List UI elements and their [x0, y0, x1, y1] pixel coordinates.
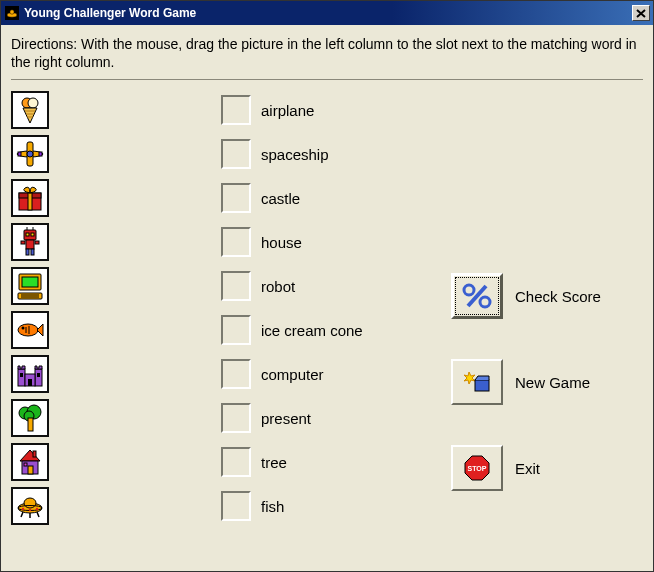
- slot-computer[interactable]: [221, 359, 251, 389]
- svg-rect-14: [26, 233, 29, 236]
- new-game-button[interactable]: [451, 359, 503, 405]
- svg-rect-8: [18, 152, 21, 156]
- slot-present[interactable]: [221, 403, 251, 433]
- svg-point-2: [10, 10, 14, 14]
- svg-rect-56: [475, 380, 489, 391]
- fish-icon: [15, 315, 45, 345]
- svg-rect-15: [31, 233, 34, 236]
- svg-rect-12: [28, 193, 32, 210]
- svg-rect-19: [26, 249, 29, 255]
- svg-text:STOP: STOP: [468, 465, 487, 472]
- svg-rect-17: [21, 241, 25, 244]
- svg-point-45: [24, 498, 36, 508]
- slot-airplane[interactable]: [221, 95, 251, 125]
- svg-point-49: [36, 508, 38, 510]
- slot-tree[interactable]: [221, 447, 251, 477]
- word-label: airplane: [261, 102, 314, 119]
- svg-rect-43: [33, 451, 36, 457]
- new-icon: [463, 370, 491, 394]
- svg-rect-41: [28, 466, 33, 474]
- action-buttons: Check Score New Game STOP: [451, 88, 643, 531]
- svg-rect-24: [22, 277, 38, 287]
- svg-rect-34: [20, 373, 23, 377]
- slot-castle[interactable]: [221, 183, 251, 213]
- exit-label: Exit: [515, 460, 540, 477]
- picture-fish[interactable]: [11, 311, 49, 349]
- svg-rect-25: [18, 293, 42, 299]
- word-label: castle: [261, 190, 300, 207]
- castle-icon: [15, 359, 45, 389]
- svg-rect-33: [28, 379, 32, 386]
- pictures-column: [11, 88, 221, 531]
- computer-icon: [15, 271, 45, 301]
- slot-fish[interactable]: [221, 491, 251, 521]
- word-label: tree: [261, 454, 287, 471]
- svg-line-50: [21, 512, 23, 517]
- house-icon: [15, 447, 45, 477]
- slot-house[interactable]: [221, 227, 251, 257]
- svg-point-53: [464, 285, 474, 295]
- title-bar: Young Challenger Word Game: [1, 1, 653, 25]
- svg-rect-18: [35, 241, 39, 244]
- picture-tree[interactable]: [11, 399, 49, 437]
- svg-rect-42: [24, 463, 27, 466]
- svg-point-7: [27, 151, 33, 157]
- check-score-button[interactable]: [451, 273, 503, 319]
- picture-airplane[interactable]: [11, 135, 49, 173]
- svg-point-54: [480, 297, 490, 307]
- svg-point-47: [22, 508, 24, 510]
- close-icon: [636, 9, 646, 18]
- present-icon: [15, 183, 45, 213]
- picture-computer[interactable]: [11, 267, 49, 305]
- svg-rect-31: [35, 369, 42, 386]
- word-label: fish: [261, 498, 284, 515]
- close-button[interactable]: [632, 5, 650, 21]
- svg-rect-39: [28, 418, 33, 431]
- exit-button[interactable]: STOP: [451, 445, 503, 491]
- app-icon: [4, 5, 20, 21]
- spaceship-icon: [15, 491, 45, 521]
- picture-ice-cream-cone[interactable]: [11, 91, 49, 129]
- directions-text: Directions: With the mouse, drag the pic…: [11, 33, 643, 80]
- picture-present[interactable]: [11, 179, 49, 217]
- svg-rect-20: [31, 249, 34, 255]
- word-label: robot: [261, 278, 295, 295]
- word-label: computer: [261, 366, 324, 383]
- svg-rect-9: [39, 152, 42, 156]
- picture-castle[interactable]: [11, 355, 49, 393]
- tree-icon: [15, 403, 45, 433]
- check-score-label: Check Score: [515, 288, 601, 305]
- slot-spaceship[interactable]: [221, 139, 251, 169]
- svg-line-52: [37, 512, 39, 517]
- window-title: Young Challenger Word Game: [24, 6, 196, 20]
- svg-point-48: [29, 509, 31, 511]
- robot-icon: [15, 227, 45, 257]
- airplane-icon: [15, 139, 45, 169]
- picture-spaceship[interactable]: [11, 487, 49, 525]
- word-label: spaceship: [261, 146, 329, 163]
- svg-rect-30: [18, 369, 25, 386]
- slot-robot[interactable]: [221, 271, 251, 301]
- stop-icon: STOP: [463, 454, 491, 482]
- percent-icon: [460, 281, 494, 311]
- word-label: ice cream cone: [261, 322, 363, 339]
- svg-rect-35: [37, 373, 40, 377]
- new-game-label: New Game: [515, 374, 590, 391]
- svg-point-4: [28, 98, 38, 108]
- picture-house[interactable]: [11, 443, 49, 481]
- svg-point-28: [18, 324, 38, 336]
- svg-rect-16: [26, 240, 34, 249]
- words-column: airplane spaceship castle house robot ic…: [221, 88, 451, 531]
- svg-point-29: [22, 327, 25, 330]
- picture-robot[interactable]: [11, 223, 49, 261]
- word-label: house: [261, 234, 302, 251]
- ice-cream-cone-icon: [15, 95, 45, 125]
- word-label: present: [261, 410, 311, 427]
- slot-ice-cream-cone[interactable]: [221, 315, 251, 345]
